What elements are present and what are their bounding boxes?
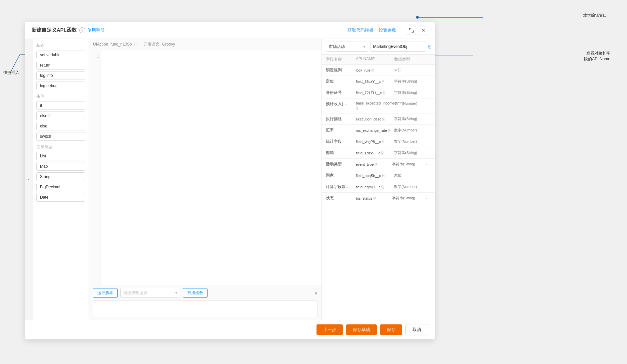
modal-header: 新建自定义APL函数 ? 使用手册 获取代码模板 设置参数 ✕ (25, 22, 435, 39)
set-params-btn[interactable]: 设置参数 (379, 27, 396, 33)
copy-api-name-icon[interactable]: ⎘ (428, 44, 431, 49)
modal-title: 新建自定义APL函数 (32, 27, 77, 33)
run-output (93, 300, 317, 317)
copy-icon[interactable]: ⎘ (371, 68, 374, 73)
editor-breadcrumb: UIAction func_n10So（） 开发语言 Groovy (89, 39, 321, 50)
sidebar-item-return[interactable]: return (36, 61, 85, 70)
svg-point-3 (416, 16, 419, 19)
line-numbers: 1 (89, 50, 101, 285)
copy-icon[interactable]: ⎘ (373, 196, 376, 201)
table-row: 定位 field_55cxY__c ⎘ 字符串(String) (322, 76, 435, 87)
table-row: 国家 field_ppqSb__c ⎘ 未知 (322, 170, 435, 181)
copy-icon[interactable]: ⎘ (388, 128, 390, 133)
data-source-arrow: ▾ (175, 290, 177, 295)
table-row: 邮箱 field_1dzx9__c ⎘ 字符串(String) (322, 147, 435, 159)
sidebar-item-if[interactable]: if (36, 101, 85, 110)
copy-icon[interactable]: ⎘ (382, 173, 384, 178)
col-data-type: 数据类型 (394, 57, 424, 62)
api-name-input[interactable] (370, 42, 426, 52)
sidebar-item-else[interactable]: else (36, 122, 85, 130)
right-panel-header: 市场活动 ▾ ⎘ (322, 39, 435, 55)
table-row: 锁定规则 lock_rule ⎘ 未知 (322, 65, 435, 76)
expand-window-annotation: 放大编辑窗口 (583, 13, 607, 18)
save-btn[interactable]: 保存 (380, 324, 402, 335)
left-sidebar: 基础 set variable return log info log debu… (33, 39, 89, 320)
get-template-btn[interactable]: 获取代码模板 (347, 27, 373, 33)
table-row: 状态 biz_status ⎘ 字符串(String) › (322, 193, 435, 204)
save-draft-btn[interactable]: 保存草稿 (346, 324, 377, 335)
sidebar-item-bigdecimal[interactable]: BigDecimal (36, 183, 85, 191)
table-row: 执行描述 execution_desc ⎘ 字符串(String) (322, 113, 435, 125)
run-script-btn[interactable]: 运行脚本 (93, 288, 118, 298)
col-field-name: 字段名称 (326, 57, 356, 62)
modal-footer: 上一步 保存草稿 保存 取消 (25, 320, 435, 339)
modal-body: ‹ 基础 set variable return log info log de… (25, 39, 435, 320)
quick-insert-annotation: 快捷插入 (3, 70, 19, 76)
copy-icon[interactable]: ⎘ (382, 79, 384, 84)
copy-icon[interactable]: ⎘ (375, 162, 377, 167)
table-row: 预计收入(… base_expected_income ⎘ 数字(Number) (322, 98, 435, 113)
table-row: 汇率 mc_exchange_rate ⎘ 数字(Number) (322, 125, 435, 136)
help-icon[interactable]: ? (79, 27, 85, 33)
fields-table: 锁定规则 lock_rule ⎘ 未知 定位 field_55cxY__c ⎘ … (322, 65, 435, 320)
object-select-arrow: ▾ (363, 45, 365, 49)
section-title-condition: 条件 (36, 93, 85, 99)
copy-icon[interactable]: ⎘ (383, 91, 385, 95)
fields-table-header: 字段名称 API NAME 数据类型 (322, 55, 435, 65)
sidebar-item-switch[interactable]: switch (36, 132, 85, 141)
breadcrumb-action: UIAction (93, 42, 108, 47)
help-link[interactable]: 使用手册 (87, 27, 105, 33)
modal-controls: ✕ (407, 26, 428, 35)
sidebar-item-string[interactable]: String (36, 172, 85, 181)
sidebar-item-map[interactable]: Map (36, 162, 85, 171)
api-name-annotation: 查看对象和字段的API Name (584, 51, 610, 62)
sidebar-item-date[interactable]: Date (36, 193, 85, 202)
run-panel-top: 运行脚本 请选择数据源 ▾ 扫描函数 ∧ (93, 288, 317, 298)
sidebar-toggle[interactable]: ‹ (25, 39, 33, 320)
object-name: 市场活动 (329, 44, 345, 50)
expand-btn[interactable] (407, 26, 416, 35)
table-row: 活动类型 event_type ⎘ 字符串(String) › (322, 159, 435, 170)
sidebar-item-else-if[interactable]: else if (36, 111, 85, 120)
data-source-placeholder: 请选择数据源 (123, 290, 147, 296)
header-actions: 获取代码模板 设置参数 ✕ (347, 26, 428, 35)
close-btn[interactable]: ✕ (419, 26, 428, 35)
run-panel-collapse[interactable]: ∧ (314, 290, 317, 295)
section-title-basic: 基础 (36, 43, 85, 49)
col-api-name: API NAME (356, 57, 394, 62)
sidebar-item-log-debug[interactable]: log debug (36, 82, 85, 90)
object-select[interactable]: 市场活动 ▾ (326, 42, 368, 52)
section-title-var-type: 变量类型 (36, 144, 85, 150)
sidebar-item-set-variable[interactable]: set variable (36, 51, 85, 59)
table-row: 统计字段 field_vbgP8__c ⎘ 数字(Number) (322, 136, 435, 147)
copy-icon[interactable]: ⎘ (382, 117, 384, 121)
copy-icon[interactable]: ⎘ (356, 106, 358, 110)
copy-icon[interactable]: ⎘ (382, 139, 384, 144)
editor-area: UIAction func_n10So（） 开发语言 Groovy 1 运行脚本… (89, 39, 321, 320)
field-expand-arrow[interactable]: › (425, 162, 431, 167)
prev-btn[interactable]: 上一步 (316, 324, 343, 335)
cancel-btn[interactable]: 取消 (405, 324, 428, 335)
sidebar-toggle-icon: ‹ (28, 177, 30, 182)
breadcrumb-lang: Groovy (162, 42, 175, 47)
field-expand-arrow[interactable]: › (425, 196, 431, 201)
table-row: 身份证号 field_721EH__c ⎘ 字符串(String) (322, 87, 435, 98)
sidebar-item-log-info[interactable]: log info (36, 71, 85, 80)
data-source-select[interactable]: 请选择数据源 ▾ (120, 288, 180, 298)
right-panel: 市场活动 ▾ ⎘ 字段名称 API NAME 数据类型 锁定规则 lock_ru… (321, 39, 435, 320)
modal-container: 新建自定义APL函数 ? 使用手册 获取代码模板 设置参数 ✕ ‹ 基础 se (25, 22, 435, 339)
copy-icon[interactable]: ⎘ (381, 151, 383, 155)
table-row: 计算字段数… field_egmj0__c ⎘ 数字(Number) (322, 181, 435, 193)
editor-wrapper: 1 (89, 50, 321, 285)
code-content[interactable] (101, 50, 321, 285)
copy-icon[interactable]: ⎘ (381, 185, 384, 189)
sidebar-item-list[interactable]: List (36, 152, 85, 160)
run-panel: 运行脚本 请选择数据源 ▾ 扫描函数 ∧ (89, 285, 321, 320)
scan-function-btn[interactable]: 扫描函数 (183, 288, 208, 298)
